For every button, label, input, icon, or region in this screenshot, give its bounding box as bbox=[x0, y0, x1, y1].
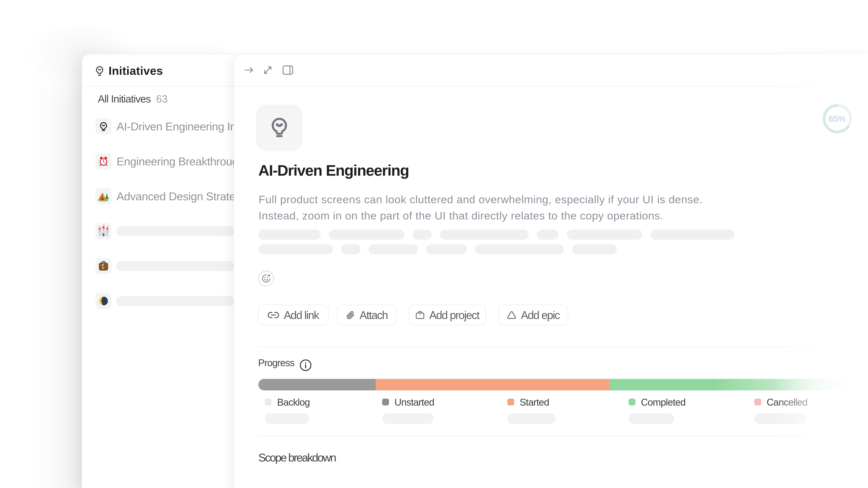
svg-text:65%: 65% bbox=[829, 114, 846, 123]
